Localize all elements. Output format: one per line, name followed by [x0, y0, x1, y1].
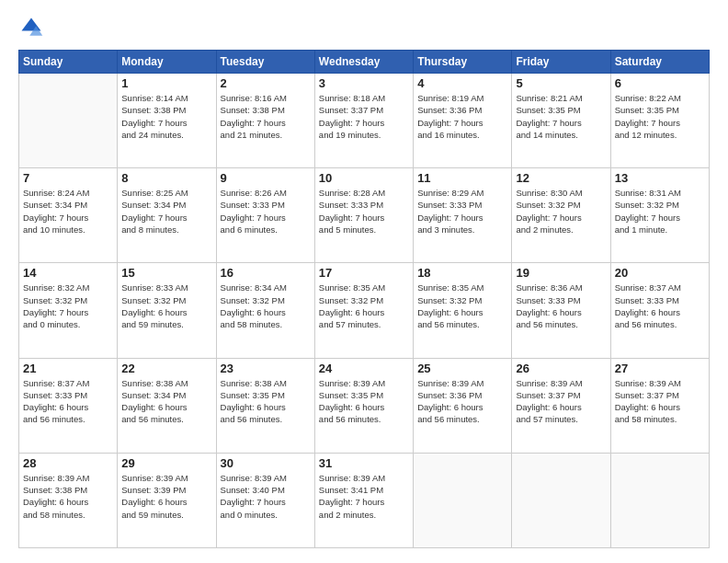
- day-number: 14: [23, 266, 113, 280]
- calendar-cell: 9Sunrise: 8:26 AMSunset: 3:33 PMDaylight…: [216, 168, 314, 263]
- calendar-cell: 10Sunrise: 8:28 AMSunset: 3:33 PMDayligh…: [314, 168, 413, 263]
- day-info: Sunrise: 8:30 AMSunset: 3:32 PMDaylight:…: [516, 187, 606, 236]
- calendar-week-row: 1Sunrise: 8:14 AMSunset: 3:38 PMDaylight…: [19, 74, 710, 168]
- weekday-header-row: SundayMondayTuesdayWednesdayThursdayFrid…: [19, 51, 710, 74]
- day-info: Sunrise: 8:39 AMSunset: 3:38 PMDaylight:…: [23, 472, 113, 521]
- calendar-cell: 25Sunrise: 8:39 AMSunset: 3:36 PMDayligh…: [414, 358, 512, 453]
- day-info: Sunrise: 8:19 AMSunset: 3:36 PMDaylight:…: [417, 92, 507, 141]
- day-info: Sunrise: 8:37 AMSunset: 3:33 PMDaylight:…: [615, 282, 705, 330]
- calendar-cell: 12Sunrise: 8:30 AMSunset: 3:32 PMDayligh…: [512, 168, 610, 263]
- day-info: Sunrise: 8:21 AMSunset: 3:35 PMDaylight:…: [516, 92, 606, 141]
- day-number: 11: [417, 171, 507, 185]
- calendar-cell: [512, 453, 610, 547]
- day-info: Sunrise: 8:26 AMSunset: 3:33 PMDaylight:…: [221, 187, 311, 236]
- day-number: 6: [615, 76, 705, 90]
- calendar-cell: 1Sunrise: 8:14 AMSunset: 3:38 PMDaylight…: [118, 74, 216, 168]
- calendar-cell: 19Sunrise: 8:36 AMSunset: 3:33 PMDayligh…: [512, 263, 610, 358]
- calendar-cell: 17Sunrise: 8:35 AMSunset: 3:32 PMDayligh…: [314, 263, 413, 358]
- day-number: 28: [23, 456, 113, 470]
- day-info: Sunrise: 8:39 AMSunset: 3:37 PMDaylight:…: [516, 377, 606, 426]
- day-number: 16: [221, 266, 311, 280]
- calendar-cell: 2Sunrise: 8:16 AMSunset: 3:38 PMDaylight…: [216, 74, 314, 168]
- day-number: 26: [516, 362, 606, 375]
- day-number: 13: [615, 171, 705, 185]
- day-info: Sunrise: 8:39 AMSunset: 3:36 PMDaylight:…: [417, 377, 507, 426]
- calendar-week-row: 14Sunrise: 8:32 AMSunset: 3:32 PMDayligh…: [19, 263, 710, 358]
- calendar-cell: 22Sunrise: 8:38 AMSunset: 3:34 PMDayligh…: [118, 358, 216, 453]
- day-info: Sunrise: 8:35 AMSunset: 3:32 PMDaylight:…: [417, 282, 507, 330]
- day-info: Sunrise: 8:39 AMSunset: 3:41 PMDaylight:…: [319, 472, 409, 521]
- weekday-header: Wednesday: [314, 51, 413, 74]
- day-number: 25: [417, 362, 507, 375]
- calendar-cell: 24Sunrise: 8:39 AMSunset: 3:35 PMDayligh…: [314, 358, 413, 453]
- day-number: 29: [121, 456, 211, 470]
- calendar-cell: 27Sunrise: 8:39 AMSunset: 3:37 PMDayligh…: [610, 358, 709, 453]
- day-number: 12: [516, 171, 606, 185]
- day-number: 22: [121, 362, 211, 375]
- day-number: 31: [319, 456, 409, 470]
- day-info: Sunrise: 8:16 AMSunset: 3:38 PMDaylight:…: [221, 92, 311, 141]
- day-info: Sunrise: 8:36 AMSunset: 3:33 PMDaylight:…: [516, 282, 606, 330]
- calendar-cell: 6Sunrise: 8:22 AMSunset: 3:35 PMDaylight…: [610, 74, 709, 168]
- day-number: 18: [417, 266, 507, 280]
- day-info: Sunrise: 8:18 AMSunset: 3:37 PMDaylight:…: [319, 92, 409, 141]
- day-info: Sunrise: 8:39 AMSunset: 3:35 PMDaylight:…: [319, 377, 409, 426]
- calendar-cell: 14Sunrise: 8:32 AMSunset: 3:32 PMDayligh…: [19, 263, 118, 358]
- calendar-cell: 16Sunrise: 8:34 AMSunset: 3:32 PMDayligh…: [216, 263, 314, 358]
- calendar-cell: 23Sunrise: 8:38 AMSunset: 3:35 PMDayligh…: [216, 358, 314, 453]
- calendar-cell: 13Sunrise: 8:31 AMSunset: 3:32 PMDayligh…: [610, 168, 709, 263]
- day-number: 20: [615, 266, 705, 280]
- day-info: Sunrise: 8:25 AMSunset: 3:34 PMDaylight:…: [121, 187, 211, 236]
- day-info: Sunrise: 8:33 AMSunset: 3:32 PMDaylight:…: [121, 282, 211, 330]
- calendar-cell: 8Sunrise: 8:25 AMSunset: 3:34 PMDaylight…: [118, 168, 216, 263]
- day-info: Sunrise: 8:39 AMSunset: 3:39 PMDaylight:…: [121, 472, 211, 521]
- calendar-cell: 5Sunrise: 8:21 AMSunset: 3:35 PMDaylight…: [512, 74, 610, 168]
- day-number: 27: [615, 362, 705, 375]
- calendar-cell: [610, 453, 709, 547]
- day-info: Sunrise: 8:38 AMSunset: 3:34 PMDaylight:…: [121, 377, 211, 426]
- day-info: Sunrise: 8:22 AMSunset: 3:35 PMDaylight:…: [615, 92, 705, 141]
- calendar-cell: 20Sunrise: 8:37 AMSunset: 3:33 PMDayligh…: [610, 263, 709, 358]
- header: [18, 15, 710, 40]
- day-number: 7: [23, 171, 113, 185]
- day-number: 9: [221, 171, 311, 185]
- day-number: 17: [319, 266, 409, 280]
- calendar-cell: 28Sunrise: 8:39 AMSunset: 3:38 PMDayligh…: [19, 453, 118, 547]
- day-number: 4: [417, 76, 507, 90]
- logo-icon: [18, 15, 44, 40]
- logo: [18, 15, 48, 40]
- calendar-week-row: 28Sunrise: 8:39 AMSunset: 3:38 PMDayligh…: [19, 453, 710, 547]
- day-number: 1: [121, 76, 211, 90]
- day-number: 30: [221, 456, 311, 470]
- day-number: 8: [121, 171, 211, 185]
- day-info: Sunrise: 8:34 AMSunset: 3:32 PMDaylight:…: [221, 282, 311, 330]
- calendar-cell: [19, 74, 118, 168]
- calendar-cell: 30Sunrise: 8:39 AMSunset: 3:40 PMDayligh…: [216, 453, 314, 547]
- day-info: Sunrise: 8:37 AMSunset: 3:33 PMDaylight:…: [23, 377, 113, 426]
- calendar-cell: [414, 453, 512, 547]
- calendar-week-row: 21Sunrise: 8:37 AMSunset: 3:33 PMDayligh…: [19, 358, 710, 453]
- calendar-cell: 11Sunrise: 8:29 AMSunset: 3:33 PMDayligh…: [414, 168, 512, 263]
- weekday-header: Sunday: [19, 51, 118, 74]
- day-info: Sunrise: 8:31 AMSunset: 3:32 PMDaylight:…: [615, 187, 705, 236]
- day-number: 15: [121, 266, 211, 280]
- day-number: 24: [319, 362, 409, 375]
- calendar-cell: 4Sunrise: 8:19 AMSunset: 3:36 PMDaylight…: [414, 74, 512, 168]
- day-number: 5: [516, 76, 606, 90]
- day-info: Sunrise: 8:32 AMSunset: 3:32 PMDaylight:…: [23, 282, 113, 330]
- weekday-header: Tuesday: [216, 51, 314, 74]
- weekday-header: Friday: [512, 51, 610, 74]
- day-number: 23: [221, 362, 311, 375]
- calendar-cell: 7Sunrise: 8:24 AMSunset: 3:34 PMDaylight…: [19, 168, 118, 263]
- day-number: 2: [221, 76, 311, 90]
- calendar-cell: 21Sunrise: 8:37 AMSunset: 3:33 PMDayligh…: [19, 358, 118, 453]
- page: SundayMondayTuesdayWednesdayThursdayFrid…: [0, 0, 728, 563]
- calendar-table: SundayMondayTuesdayWednesdayThursdayFrid…: [18, 50, 710, 548]
- calendar-cell: 29Sunrise: 8:39 AMSunset: 3:39 PMDayligh…: [118, 453, 216, 547]
- day-info: Sunrise: 8:24 AMSunset: 3:34 PMDaylight:…: [23, 187, 113, 236]
- weekday-header: Thursday: [414, 51, 512, 74]
- calendar-cell: 15Sunrise: 8:33 AMSunset: 3:32 PMDayligh…: [118, 263, 216, 358]
- day-info: Sunrise: 8:39 AMSunset: 3:37 PMDaylight:…: [615, 377, 705, 426]
- day-number: 19: [516, 266, 606, 280]
- day-info: Sunrise: 8:38 AMSunset: 3:35 PMDaylight:…: [221, 377, 311, 426]
